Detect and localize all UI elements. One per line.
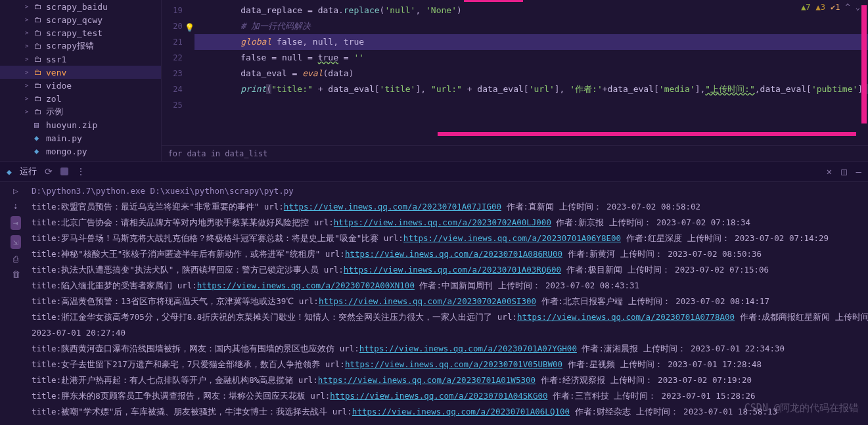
rerun-button[interactable]: ⟳ [45,166,53,177]
folder-venv[interactable]: >🗀venv [0,66,161,79]
more-button[interactable]: ⋮ [76,166,85,177]
typo-icon[interactable]: ✔1 [831,3,840,12]
code-area[interactable]: 💡 data_replace = data.replace('null', 'N… [194,0,868,145]
warning-icon[interactable]: ▲7 [801,3,810,12]
layout-button[interactable]: ◫ [841,166,846,177]
console-line: title:执法大队遭恶搞变"执法犬队"，陕西镇坪回应：警方已锁定涉事人员 ur… [32,262,868,278]
folder-scrapy报错[interactable]: >🗀scrapy报错 [0,39,161,53]
console-line: title:被嘲"学术嫖"后，车库被撬、朋友被骚扰，牛津女博士：我选择去战斗 u… [32,404,868,420]
close-panel-button[interactable]: ✕ [827,166,832,177]
console-line: title:陷入缅北噩梦的受害者家属们 url:https://view.ine… [32,278,868,294]
url-link[interactable]: https://view.inews.qq.com/a/20230701V05U… [345,359,562,369]
code-line-21[interactable]: global false, null, true [194,34,868,50]
step-down-icon[interactable]: ⇣ [13,201,18,211]
url-link[interactable]: https://view.inews.qq.com/a/20230701A03R… [344,265,561,275]
console-output[interactable]: D:\python3.7\python.exe D:\xuexi\python\… [32,182,868,425]
code-line-25[interactable] [194,97,868,113]
folder-zol[interactable]: >🗀zol [0,92,161,105]
bulb-icon[interactable]: 💡 [185,20,194,35]
warning-weak-icon[interactable]: ▲3 [816,3,825,12]
next-highlight[interactable]: ⌄ [856,3,860,12]
folder-示例[interactable]: >🗀示例 [0,105,161,118]
console-line: title:陕西黄河壶口瀑布沿线围墙被拆，网友：国内其他有围墙的景区也应效仿 u… [32,341,868,357]
inspection-status[interactable]: ▲7 ▲3 ✔1 ^ ⌄ [801,3,860,12]
python-icon: ◆ [7,167,12,177]
console-cmd: D:\python3.7\python.exe D:\xuexi\python\… [32,183,868,199]
url-link[interactable]: https://view.inews.qq.com/a/20230701A07J… [284,202,501,212]
print-icon[interactable]: ⎙ [13,254,18,264]
console-line: title:罗马斗兽场！马斯克将大战扎克伯格？终极格斗冠军赛总裁：将是史上最"吸… [32,231,868,246]
breadcrumb[interactable]: for data in data_list [162,145,868,161]
console-line: title:胖东来的8页顾客员工争执调查报告，网友：堪称公关回应天花板 url:… [32,388,868,404]
code-line-22[interactable]: false = null = true = '' [194,50,868,66]
soft-wrap-icon[interactable]: ⇥ [11,216,21,230]
url-link[interactable]: https://view.inews.qq.com/a/20230701A06L… [352,407,570,416]
url-link[interactable]: https://view.inews.qq.com/a/20230701A077… [517,312,735,322]
prev-highlight[interactable]: ^ [846,3,850,12]
project-tree: >🗀scrapy_baidu>🗀scrapy_qcwy>🗀scrapy_test… [0,0,162,161]
url-link[interactable]: https://view.inews.qq.com/a/20230701A07Y… [359,344,577,353]
scroll-indicator-right [861,5,867,123]
code-line-24[interactable]: print("title:" + data_eval['title'], "ur… [194,81,868,97]
folder-scrapy_test[interactable]: >🗀scrapy_test [0,26,161,39]
trash-icon[interactable]: 🗑 [12,269,20,279]
console-line: title:浙江金华女孩高考705分，父母打8.8折庆祝的京菜摊关门歇业！知情人… [32,309,868,325]
url-link[interactable]: https://view.inews.qq.com/a/20230701A086… [345,249,562,259]
code-line-20[interactable]: # 加一行代码解决 [194,18,868,34]
folder-scrapy_baidu[interactable]: >🗀scrapy_baidu [0,0,161,13]
console-line: title:女子去世留下217万遗产和豪宅，7只爱猫全部继承，数百人争抢领养 u… [32,357,868,372]
file-huoyun.zip[interactable]: ▤huoyun.zip [0,118,161,131]
scroll-end-icon[interactable]: ⇲ [11,235,21,249]
rerun-icon[interactable]: ▷ [13,186,18,196]
code-line-23[interactable]: data_eval = eval(data) [194,66,868,81]
file-mongo.py[interactable]: ◆mongo.py [0,145,161,158]
code-editor[interactable]: 19202122232425 💡 data_replace = data.rep… [162,0,868,145]
console-line: title:欧盟官员预告：最近乌克兰将迎来"非常重要的事件" url:https… [32,199,868,215]
minimize-button[interactable]: — [856,166,861,177]
console-line: title:神秘"核酸大王"张核子消声匿迹半年后有新动作，或将进军"统租房" u… [32,246,868,262]
url-link[interactable]: https://view.inews.qq.com/a/20230701A06Y… [403,233,621,243]
console-line: title:北京广告协会：请相关品牌方等对内地男歌手蔡某某做好风险把控 url:… [32,215,868,231]
url-link[interactable]: https://view.inews.qq.com/a/20230702A00L… [334,217,551,227]
stop-button[interactable] [60,168,68,175]
folder-ssr1[interactable]: >🗀ssr1 [0,53,161,66]
code-line-19[interactable]: data_replace = data.replace('null', 'Non… [194,3,868,18]
scroll-indicator-bottom [438,132,856,136]
run-sidebar: ▷ ⇣ ⇥ ⇲ ⎙ 🗑 [0,182,32,425]
console-line: title:高温黄色预警：13省区市将现高温天气，京津冀等地或达39℃ url:… [32,294,868,309]
console-line: title:赴港开户热再起：有人七点排队等开户，金融机构8%高息揽储 url:h… [32,372,868,388]
file-main.py[interactable]: ◆main.py [0,131,161,145]
run-toolbar: ◆ 运行 ⟳ ⋮ ✕ ◫ — [0,161,868,182]
url-link[interactable]: https://view.inews.qq.com/a/20230702A00X… [197,280,415,290]
url-link[interactable]: https://view.inews.qq.com/a/20230702A00S… [319,296,536,306]
console-line: 2023-07-01 20:27:40 [32,325,868,341]
watermark: CSDN @阿龙的代码在报错 [744,402,859,414]
run-label: 运行 [20,166,37,177]
url-link[interactable]: https://view.inews.qq.com/a/20230701A04S… [330,391,547,401]
url-link[interactable]: https://view.inews.qq.com/a/20230701A01W… [318,375,536,385]
folder-vidoe[interactable]: >🗀vidoe [0,79,161,92]
folder-scrapy_qcwy[interactable]: >🗀scrapy_qcwy [0,13,161,26]
